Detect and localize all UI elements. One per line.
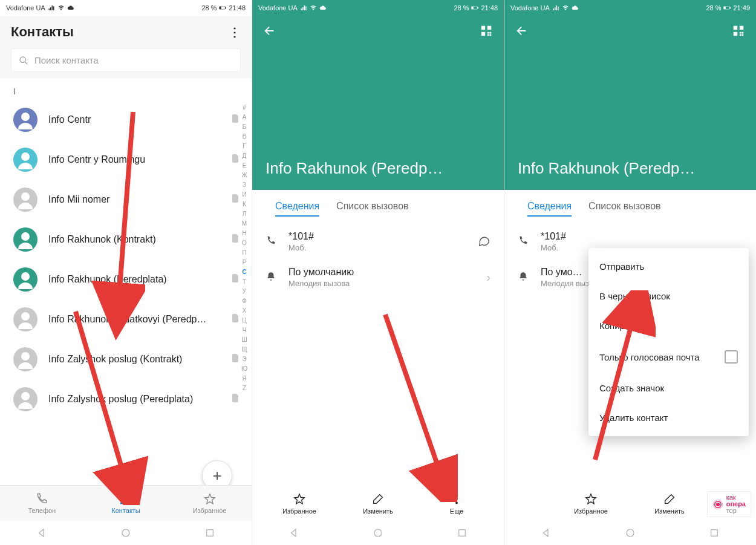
qr-icon[interactable] <box>732 24 745 38</box>
back-icon[interactable] <box>36 527 47 538</box>
menu-item[interactable]: Создать значок <box>588 373 749 403</box>
index-letter[interactable]: М <box>240 219 249 229</box>
recent-icon[interactable] <box>204 527 215 538</box>
index-letter[interactable]: Э <box>240 354 249 364</box>
battery-icon <box>471 4 478 11</box>
index-letter[interactable]: Е <box>240 161 249 171</box>
contact-row[interactable]: Info Mii nomer <box>0 180 252 220</box>
index-letter[interactable]: Ю <box>240 364 249 374</box>
home-icon[interactable] <box>373 527 383 538</box>
back-icon[interactable] <box>541 527 552 538</box>
favorite-button[interactable]: Избранное <box>564 492 618 515</box>
phone-number-row[interactable]: *101#Моб. <box>252 224 504 259</box>
alpha-index[interactable]: #АБВГДЕЖЗИКЛМНОПРСТУФХЦЧШЩЭЮЯZ <box>240 103 249 393</box>
index-letter[interactable]: З <box>240 180 249 190</box>
index-letter[interactable]: Ж <box>240 171 249 180</box>
home-icon[interactable] <box>625 527 636 538</box>
status-bar: Vodafone UA 28 % 21:49 <box>504 0 756 16</box>
index-letter[interactable]: Б <box>240 122 249 132</box>
qr-icon[interactable] <box>480 24 493 38</box>
index-letter[interactable]: Ф <box>240 296 249 306</box>
more-icon <box>450 492 463 506</box>
index-letter[interactable]: И <box>240 190 249 200</box>
menu-item[interactable]: Удалить контакт <box>588 403 749 432</box>
back-arrow-icon[interactable] <box>515 24 529 38</box>
index-letter[interactable]: Н <box>240 229 249 238</box>
index-letter[interactable]: Р <box>240 258 249 267</box>
tab-details[interactable]: Сведения <box>275 201 319 217</box>
message-icon[interactable] <box>477 234 490 247</box>
contact-row[interactable]: Info Zalyshok poslug (Peredplata) <box>0 379 252 419</box>
edit-button[interactable]: Изменить <box>642 492 697 515</box>
svg-point-37 <box>374 529 382 537</box>
menu-item[interactable]: Только голосовая почта <box>588 341 749 373</box>
contact-row[interactable]: Info Rakhunok (Kontrakt) <box>0 220 252 259</box>
index-letter[interactable]: # <box>240 103 249 113</box>
index-letter[interactable]: Г <box>240 142 249 151</box>
contact-name-label: Info Mii nomer <box>48 194 221 205</box>
sim-icon <box>232 154 238 165</box>
contact-hero: Vodafone UA 28 % 21:49 Info Rakhunok (Pe… <box>504 0 756 190</box>
back-arrow-icon[interactable] <box>263 24 276 38</box>
recent-icon[interactable] <box>709 527 720 538</box>
index-letter[interactable]: Х <box>240 306 249 316</box>
tab-details[interactable]: Сведения <box>527 201 572 217</box>
contact-row[interactable]: Info Centr y Roumingu <box>0 140 252 180</box>
ringtone-row[interactable]: По умолчаниюМелодия вызова › <box>252 259 504 295</box>
svg-rect-48 <box>740 34 741 36</box>
index-letter[interactable]: Л <box>240 209 249 219</box>
index-letter[interactable]: Щ <box>240 345 249 354</box>
bottom-nav: Телефон Контакты Избранное <box>0 485 252 521</box>
checkbox[interactable] <box>725 350 738 364</box>
tab-call-history[interactable]: Список вызовов <box>336 201 408 217</box>
index-letter[interactable]: Ч <box>240 325 249 335</box>
index-letter[interactable]: П <box>240 248 249 258</box>
contact-row[interactable]: Info Centr <box>0 100 252 140</box>
nav-phone[interactable]: Телефон <box>0 486 84 521</box>
back-icon[interactable] <box>288 527 299 538</box>
index-letter[interactable]: Д <box>240 151 249 161</box>
system-nav <box>252 521 504 545</box>
section-header: I <box>0 78 252 100</box>
favorite-button[interactable]: Избранное <box>272 492 327 515</box>
recent-icon[interactable] <box>457 527 468 538</box>
contact-hero: Vodafone UA 28 % 21:48 Info Rakhunok (Pe… <box>252 0 504 190</box>
svg-point-7 <box>21 152 30 161</box>
more-icon[interactable]: ⋮ <box>229 25 241 39</box>
menu-item[interactable]: Отправить <box>588 252 749 281</box>
svg-point-22 <box>122 529 129 537</box>
index-letter[interactable]: Z <box>240 383 249 393</box>
clock: 21:48 <box>229 4 246 11</box>
index-letter[interactable]: Ц <box>240 316 249 325</box>
system-nav <box>0 521 252 545</box>
svg-rect-40 <box>730 7 731 9</box>
index-letter[interactable]: С <box>240 267 249 277</box>
nav-favorites[interactable]: Избранное <box>168 486 252 521</box>
battery-pct: 28 % <box>201 4 217 11</box>
nav-contacts[interactable]: Контакты <box>84 486 168 521</box>
index-letter[interactable]: О <box>240 238 249 248</box>
avatar <box>13 148 37 172</box>
index-letter[interactable]: К <box>240 200 249 209</box>
menu-item[interactable]: В черный список <box>588 281 749 311</box>
contact-row[interactable]: Info Rakhunok (Peredplata) <box>0 259 252 299</box>
index-letter[interactable]: А <box>240 113 249 122</box>
svg-rect-27 <box>481 26 485 30</box>
svg-rect-29 <box>481 32 485 36</box>
contact-row[interactable]: Info Rakhunok dodatkovyi (Peredp… <box>0 299 252 339</box>
index-letter[interactable]: У <box>240 287 249 296</box>
menu-item[interactable]: Копировать <box>588 311 749 341</box>
index-letter[interactable]: В <box>240 132 249 142</box>
sim-icon <box>232 394 238 405</box>
edit-button[interactable]: Изменить <box>351 492 405 515</box>
svg-rect-43 <box>740 26 743 30</box>
tab-call-history[interactable]: Список вызовов <box>588 201 660 217</box>
phone-icon <box>266 235 276 246</box>
index-letter[interactable]: Т <box>240 277 249 287</box>
more-button[interactable]: Еще <box>429 492 484 515</box>
contact-row[interactable]: Info Zalyshok poslug (Kontrakt) <box>0 339 252 379</box>
search-input[interactable]: Поиск контакта <box>11 48 241 72</box>
index-letter[interactable]: Ш <box>240 335 249 345</box>
index-letter[interactable]: Я <box>240 374 249 383</box>
home-icon[interactable] <box>120 527 131 538</box>
